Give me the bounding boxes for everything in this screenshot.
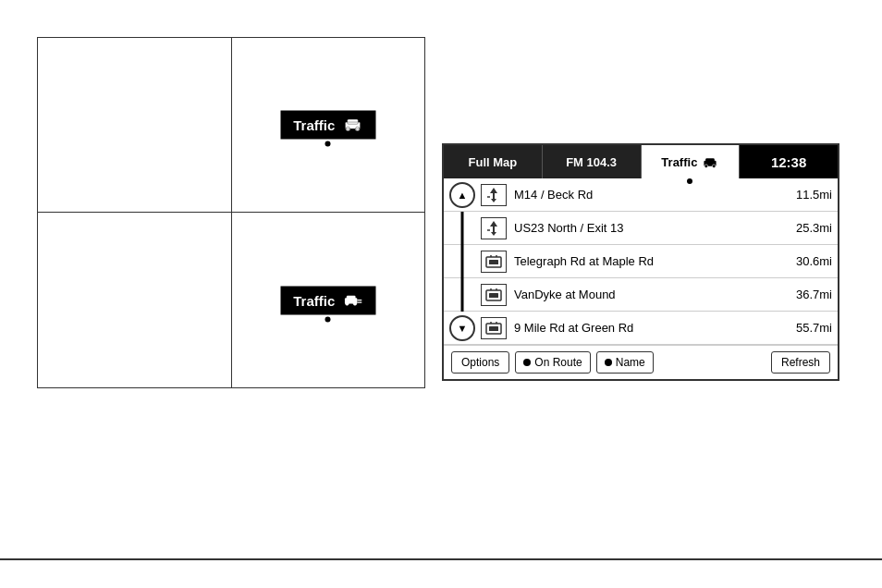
- route-icon-4: [481, 284, 507, 306]
- route-icon-3: [481, 251, 507, 273]
- tab-bar: Full Map FM 104.3 Traffic 12:38: [444, 145, 838, 178]
- nav-screen: Full Map FM 104.3 Traffic 12:38 ▲: [442, 143, 839, 381]
- arrow-down-btn[interactable]: ▼: [449, 315, 475, 341]
- traffic-badge-bottom: Traffic: [280, 286, 375, 314]
- grid-bottom-right: Traffic: [232, 213, 425, 387]
- name-option[interactable]: Name: [596, 351, 654, 374]
- route-item-1: ▲ M14 / Beck Rd 11.5mi: [444, 178, 838, 212]
- on-route-option[interactable]: On Route: [515, 351, 590, 374]
- svg-rect-29: [489, 326, 498, 331]
- options-button[interactable]: Options: [451, 351, 509, 374]
- left-grid-panel: Traffic: [37, 37, 425, 388]
- tab-fm[interactable]: FM 104.3: [543, 145, 642, 178]
- name-dot: [605, 359, 612, 366]
- bottom-divider: [0, 558, 882, 560]
- traffic-label-top: Traffic: [293, 117, 335, 133]
- route-list: ▲ M14 / Beck Rd 11.5mi US23: [444, 178, 838, 345]
- grid-bottom-row: Traffic: [38, 213, 424, 387]
- svg-point-11: [353, 301, 357, 305]
- svg-rect-1: [347, 119, 358, 124]
- road-name-2: US23 North / Exit 13: [514, 221, 789, 235]
- bottom-bar: Options On Route Name Refresh: [444, 345, 838, 379]
- distance-2: 25.3mi: [796, 221, 832, 235]
- road-name-1: M14 / Beck Rd: [514, 188, 789, 202]
- traffic-label-bottom: Traffic: [293, 292, 335, 308]
- road-name-3: Telegraph Rd at Maple Rd: [514, 254, 789, 268]
- grid-top-right: Traffic: [232, 38, 425, 212]
- grid-bottom-left: [38, 213, 232, 387]
- route-icon-1: [481, 184, 507, 206]
- road-name-4: VanDyke at Mound: [514, 288, 789, 301]
- on-route-dot: [523, 359, 531, 366]
- arrow-up-btn[interactable]: ▲: [449, 182, 475, 208]
- svg-rect-21: [489, 260, 498, 264]
- distance-5: 55.7mi: [796, 321, 832, 335]
- tab-time: 12:38: [740, 145, 838, 178]
- badge-dot-top: [325, 141, 331, 147]
- distance-4: 36.7mi: [796, 288, 832, 301]
- tab-traffic[interactable]: Traffic: [642, 145, 741, 178]
- route-icon-5: [481, 317, 507, 339]
- car-icon-bottom: [342, 291, 362, 309]
- tab-full-map[interactable]: Full Map: [444, 145, 543, 178]
- route-item-2: US23 North / Exit 13 25.3mi: [444, 212, 838, 245]
- svg-rect-9: [347, 295, 356, 299]
- distance-1: 11.5mi: [796, 188, 832, 202]
- svg-point-16: [704, 164, 708, 167]
- grid-top-row: Traffic: [38, 38, 424, 213]
- route-item-4: VanDyke at Mound 36.7mi: [444, 278, 838, 312]
- grid-top-left: [38, 38, 232, 212]
- route-item-3: Telegraph Rd at Maple Rd 30.6mi: [444, 245, 838, 278]
- badge-dot-bottom: [325, 316, 331, 322]
- distance-3: 30.6mi: [796, 254, 832, 268]
- svg-point-10: [345, 301, 349, 305]
- route-icon-2: [481, 217, 507, 239]
- svg-point-17: [713, 164, 717, 167]
- car-icon-top: [342, 116, 362, 134]
- svg-rect-15: [706, 158, 716, 162]
- traffic-badge-top: Traffic: [280, 111, 375, 140]
- road-name-5: 9 Mile Rd at Green Rd: [514, 321, 789, 335]
- refresh-button[interactable]: Refresh: [771, 351, 830, 374]
- svg-rect-25: [489, 293, 498, 298]
- route-item-5: ▼ 9 Mile Rd at Green Rd 55.7mi: [444, 312, 838, 345]
